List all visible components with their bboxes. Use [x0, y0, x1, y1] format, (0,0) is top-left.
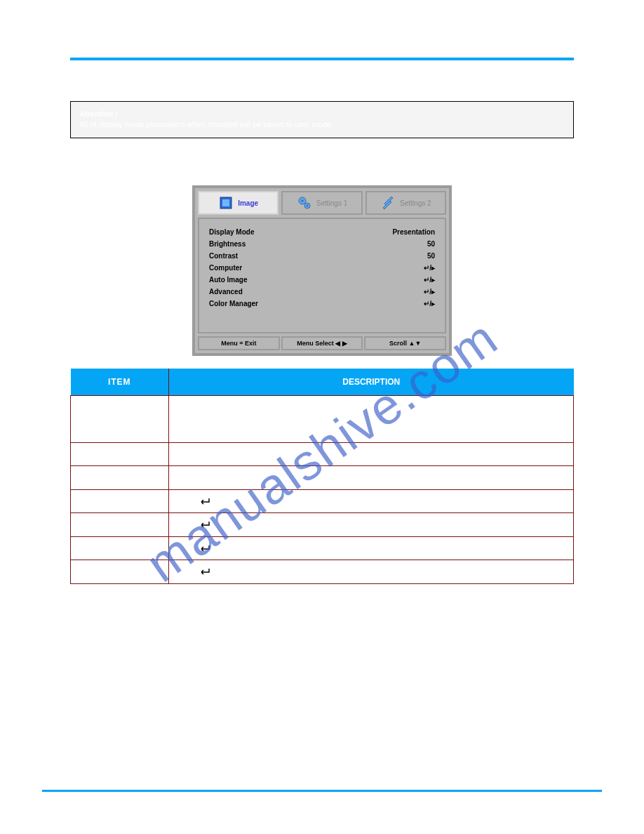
- osd-tab-label: Image: [238, 199, 258, 207]
- osd-footer: Menu = Exit Menu Select ◀ ▶ Scroll ▲▼: [198, 336, 446, 350]
- osd-row-value: ↵/▸: [424, 264, 435, 272]
- osd-tab-label: Settings 2: [400, 199, 431, 207]
- svg-point-5: [307, 205, 308, 206]
- tools-icon: [380, 195, 396, 211]
- table-item: Display Mode: [71, 396, 169, 443]
- page-number: — 27 —: [0, 800, 644, 809]
- table-item: Color Manager: [71, 560, 169, 584]
- enter-icon: [198, 568, 210, 576]
- gear-icon: [297, 195, 312, 211]
- table-row: Computer Press (Enter) / ► to enter the …: [71, 489, 574, 513]
- osd-footer-scroll[interactable]: Scroll ▲▼: [364, 336, 446, 350]
- osd-row-label: Color Manager: [209, 300, 258, 307]
- osd-row[interactable]: Advanced ↵/▸: [209, 286, 435, 298]
- osd-row-value: 50: [427, 240, 435, 248]
- table-desc-link: Computer Menu: [399, 497, 455, 505]
- table-desc-link: Advanced Feature: [369, 544, 432, 552]
- table-row: Color Manager Press (Enter) / ► to enter…: [71, 560, 574, 584]
- osd-row[interactable]: Computer ↵/▸: [209, 262, 435, 274]
- osd-row-label: Computer: [209, 264, 242, 272]
- osd-row-value: Presentation: [392, 228, 435, 236]
- page-number-value: 27: [318, 800, 326, 809]
- osd-tab-label: Settings 1: [316, 199, 347, 207]
- table-desc-pre: Press: [176, 544, 198, 552]
- osd-row-label: Brightness: [209, 240, 246, 248]
- table-desc-post: (Enter) / ► for automatic adjustment of …: [213, 520, 455, 529]
- table-desc-pre: Press: [176, 567, 198, 576]
- svg-point-3: [301, 200, 303, 202]
- osd-footer-select[interactable]: Menu Select ◀ ▶: [281, 336, 363, 350]
- table-desc: Press the cursor ◄► button to enter and …: [169, 466, 574, 490]
- osd-tab-settings1[interactable]: Settings 1: [281, 191, 362, 215]
- table-desc-post: (Enter) / ► to enter the Color Manager m…: [213, 567, 498, 576]
- table-item: Advanced: [71, 536, 169, 560]
- table-row: Advanced Press (Enter) / ► to enter the …: [71, 536, 574, 560]
- table-item: Brightness: [71, 442, 169, 466]
- osd-row[interactable]: Color Manager ↵/▸: [209, 298, 435, 310]
- osd-tab-image[interactable]: Image: [198, 191, 279, 215]
- osd-row-value: ↵/▸: [424, 288, 435, 296]
- enter-icon: [198, 521, 210, 529]
- osd-row-label: Advanced: [209, 288, 243, 296]
- osd-footer-exit[interactable]: Menu = Exit: [198, 336, 280, 350]
- table-desc-link: Color Manager: [498, 567, 549, 576]
- osd-row-value: 50: [427, 252, 435, 260]
- osd-row-label: Display Mode: [209, 228, 254, 236]
- osd-row[interactable]: Contrast 50: [209, 250, 435, 262]
- osd-body: Display Mode Presentation Brightness 50 …: [198, 218, 446, 333]
- page-header-title: DLP Projector—User's Manual: [42, 28, 602, 44]
- table-desc: Press (Enter) / ► for automatic adjustme…: [169, 513, 574, 537]
- table-desc-note: (Default: When the input signal is a dat…: [176, 415, 565, 435]
- osd-panel: Image Settings 1: [192, 185, 452, 356]
- table-desc-pre: Press: [176, 520, 198, 529]
- osd-row-label: Auto Image: [209, 276, 247, 284]
- table-header-item: ITEM: [71, 369, 169, 396]
- table-row: Auto Image Press (Enter) / ► for automat…: [71, 513, 574, 537]
- table-desc-post: (Enter) / ► to enter the Advanced menu. …: [213, 544, 369, 552]
- table-desc-text: Press the cursor ◄► button to enter and …: [176, 403, 393, 411]
- table-desc-tail: .: [551, 567, 554, 576]
- table-item: Contrast: [71, 466, 169, 490]
- osd-row[interactable]: Auto Image ↵/▸: [209, 274, 435, 286]
- table-desc: Press the cursor ◄► button to enter and …: [169, 442, 574, 466]
- osd-row-value: ↵/▸: [424, 300, 435, 307]
- table-desc-tail: .: [457, 497, 459, 505]
- table-row: Contrast Press the cursor ◄► button to e…: [71, 466, 574, 490]
- enter-icon: [198, 498, 210, 506]
- table-desc-pre: Press: [176, 497, 198, 505]
- table-item: Auto Image: [71, 513, 169, 537]
- attention-label: Attention !: [79, 110, 118, 118]
- table-row: Brightness Press the cursor ◄► button to…: [71, 442, 574, 466]
- osd-row[interactable]: Display Mode Presentation: [209, 226, 435, 238]
- section-title: Image Menu: [42, 81, 602, 101]
- osd-tab-settings2[interactable]: Settings 2: [365, 191, 446, 215]
- bottom-rule: [42, 790, 602, 792]
- attention-box: Attention ! All of display mode paramete…: [70, 101, 574, 138]
- enter-icon: [198, 545, 210, 553]
- table-desc: Press (Enter) / ► to enter the Color Man…: [169, 560, 574, 584]
- table-desc: Press the cursor ◄► button to enter and …: [169, 396, 574, 443]
- osd-tabs: Image Settings 1: [195, 188, 449, 218]
- svg-rect-1: [222, 199, 229, 206]
- table-desc: Press (Enter) / ► to enter the Advanced …: [169, 536, 574, 560]
- table-desc-tail: on page 29.: [434, 544, 475, 552]
- top-rule: [70, 58, 574, 60]
- table-desc-post: (Enter) / ► to enter the Computer menu. …: [213, 497, 399, 505]
- osd-row[interactable]: Brightness 50: [209, 238, 435, 250]
- instructions-text: Press the MENU button to open the OSD me…: [42, 147, 602, 171]
- attention-text: All of display mode parameters when chan…: [79, 119, 565, 130]
- table-desc: Press (Enter) / ► to enter the Computer …: [169, 489, 574, 513]
- image-icon: [218, 195, 234, 211]
- table-header-desc: DESCRIPTION: [169, 369, 574, 396]
- table-item: Computer: [71, 489, 169, 513]
- table-row: Display Mode Press the cursor ◄► button …: [71, 396, 574, 443]
- description-table: ITEM DESCRIPTION Display Mode Press the …: [70, 369, 574, 584]
- osd-row-value: ↵/▸: [424, 276, 435, 284]
- osd-row-label: Contrast: [209, 252, 238, 260]
